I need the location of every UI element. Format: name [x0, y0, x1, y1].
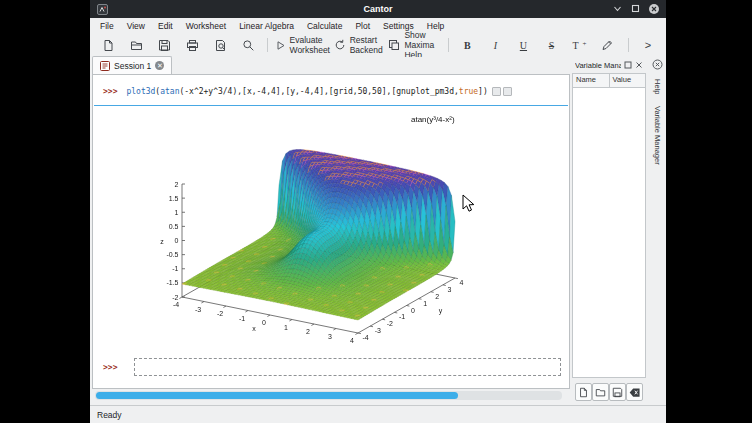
menu-linear-algebra[interactable]: Linear Algebra [239, 21, 294, 31]
new-worksheet-button[interactable] [95, 35, 121, 55]
menu-help[interactable]: Help [427, 21, 444, 31]
titlebar: Cantor [90, 0, 666, 18]
toolbar-separator [267, 38, 268, 52]
pen-icon [601, 39, 613, 51]
open-button[interactable] [123, 35, 149, 55]
save-button[interactable] [151, 35, 177, 55]
restart-icon [334, 39, 346, 51]
fold-handle-icon[interactable] [492, 87, 501, 96]
show-maxima-help-button[interactable]: Show Maxima Help [385, 35, 441, 55]
entry-prompt: >>> [103, 363, 117, 372]
open-folder-icon [130, 39, 143, 52]
code-token: (-x^2+y^3/4),[x,-4,4],[y,-4,4],[grid,50,… [179, 87, 458, 96]
menu-plot[interactable]: Plot [355, 21, 370, 31]
maxima-help-label: Show Maxima Help [404, 30, 438, 60]
variable-manager-header: Variable Manager [572, 57, 646, 73]
column-name[interactable]: Name [573, 74, 610, 87]
toolbar-overflow-button[interactable]: > [635, 35, 661, 55]
close-button[interactable] [648, 3, 660, 15]
column-value[interactable]: Value [610, 74, 646, 87]
cantor-app-icon [97, 4, 108, 15]
superscript-sign: + [583, 40, 587, 48]
menu-calculate[interactable]: Calculate [307, 21, 342, 31]
command-input[interactable] [134, 358, 561, 376]
help-panel-icon [388, 39, 400, 51]
close-sidebar-icon[interactable] [652, 59, 663, 70]
variable-table-body [572, 88, 646, 378]
evaluate-icon [275, 40, 286, 51]
next-command-entry: >>> [103, 357, 561, 377]
cantor-window: Cantor File View Edit Worksheet Linear A… [90, 0, 666, 423]
clear-backspace-icon [629, 387, 641, 398]
panel-title: Variable Manager [575, 61, 621, 70]
entry-handles [492, 87, 512, 96]
toolbar-separator [628, 38, 629, 52]
variable-manager-panel: Variable Manager Name Value [572, 57, 646, 406]
new-variable-button[interactable] [575, 383, 592, 401]
tab-label: Session 1 [114, 61, 151, 71]
toolbar-separator [448, 38, 449, 52]
strikethrough-button[interactable]: S [538, 35, 564, 55]
worksheet-tabbar: Session 1 ✕ [92, 57, 172, 74]
tab-variable-manager[interactable]: Variable Manager [653, 103, 662, 168]
mouse-cursor [462, 194, 475, 213]
print-preview-button[interactable] [207, 35, 233, 55]
window-title: Cantor [90, 4, 666, 14]
command-code: plot3d(atan(-x^2+y^3/4),[x,-4,4],[y,-4,4… [126, 87, 487, 96]
command-prompt: >>> [103, 87, 117, 96]
superscript-button[interactable]: T+ [566, 35, 592, 55]
menu-file[interactable]: File [100, 21, 114, 31]
maximize-button[interactable] [630, 3, 641, 15]
code-token: true [459, 87, 478, 96]
menu-edit[interactable]: Edit [158, 21, 173, 31]
find-button[interactable] [235, 35, 261, 55]
code-token: ]) [478, 87, 488, 96]
clear-variables-button[interactable] [626, 383, 643, 401]
save-icon [612, 387, 623, 398]
print-icon [186, 39, 199, 52]
code-token: plot3d [126, 87, 155, 96]
text-color-button[interactable] [594, 35, 620, 55]
menu-worksheet[interactable]: Worksheet [186, 21, 226, 31]
close-panel-icon[interactable] [635, 61, 643, 69]
tab-close-icon[interactable]: ✕ [155, 61, 164, 70]
restart-backend-button[interactable]: Restart Backend [333, 35, 384, 55]
plot-title: atan(y³/4-x²) [411, 115, 491, 124]
tab-session-1[interactable]: Session 1 ✕ [92, 56, 172, 74]
worksheet-icon [100, 61, 110, 71]
horizontal-scrollbar[interactable] [95, 391, 562, 400]
load-variables-button[interactable] [592, 383, 609, 401]
italic-button[interactable]: I [482, 35, 508, 55]
side-tab-strip: Help Variable Manager [648, 57, 666, 406]
tab-help[interactable]: Help [653, 76, 662, 97]
menubar: File View Edit Worksheet Linear Algebra … [90, 18, 666, 33]
toolbar: Evaluate Worksheet Restart Backend Show … [90, 33, 666, 57]
search-icon [242, 39, 255, 52]
save-variables-button[interactable] [609, 383, 626, 401]
superscript-label: T [572, 40, 578, 51]
main-content: Session 1 ✕ >>> plot3d(atan(-x^2+y^3/4),… [90, 57, 666, 406]
variable-manager-buttons [572, 378, 646, 406]
print-button[interactable] [179, 35, 205, 55]
evaluate-label: Evaluate Worksheet [290, 35, 330, 55]
variable-table-header: Name Value [572, 73, 646, 88]
new-document-icon [578, 387, 589, 398]
fold-handle-icon[interactable] [503, 87, 512, 96]
worksheet-area: >>> plot3d(atan(-x^2+y^3/4),[x,-4,4],[y,… [92, 74, 570, 389]
new-document-icon [102, 39, 115, 52]
plot-3d-surface [151, 111, 491, 351]
minimize-button[interactable] [612, 3, 623, 15]
menu-view[interactable]: View [127, 21, 145, 31]
evaluate-worksheet-button[interactable]: Evaluate Worksheet [274, 35, 331, 55]
float-panel-icon[interactable] [624, 61, 632, 69]
status-text: Ready [97, 410, 122, 420]
command-entry[interactable]: >>> plot3d(atan(-x^2+y^3/4),[x,-4,4],[y,… [103, 87, 565, 96]
save-icon [158, 39, 171, 52]
restart-label: Restart Backend [350, 35, 383, 55]
menu-settings[interactable]: Settings [383, 21, 414, 31]
open-folder-icon [595, 387, 606, 398]
underline-button[interactable]: U [510, 35, 536, 55]
entry-focus-line [94, 105, 568, 106]
scrollbar-handle[interactable] [96, 392, 458, 399]
bold-button[interactable]: B [454, 35, 480, 55]
